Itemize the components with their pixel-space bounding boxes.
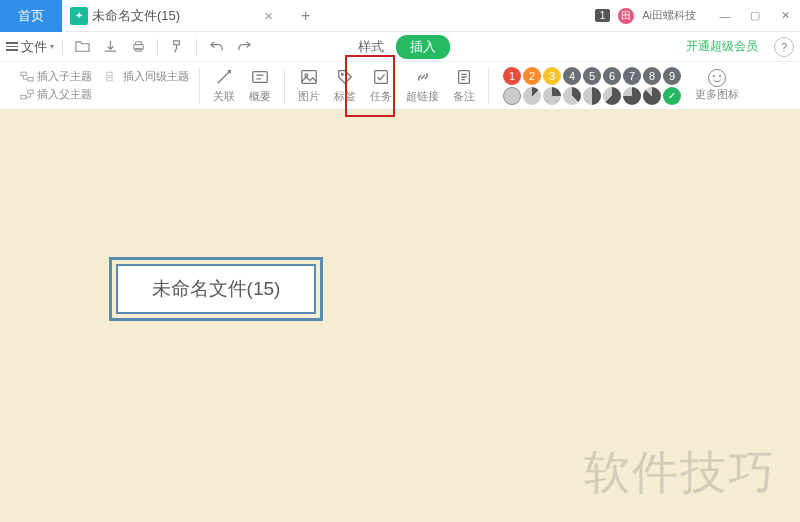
- note-icon: [454, 67, 474, 87]
- priority-badges: 123456789: [503, 67, 681, 85]
- svg-point-12: [341, 73, 343, 75]
- separator: [62, 39, 63, 55]
- note-button[interactable]: 备注: [450, 67, 478, 104]
- insert-child-topic[interactable]: 插入子主题: [20, 69, 92, 84]
- sibling-topic-icon: [106, 71, 120, 82]
- svg-rect-10: [302, 71, 316, 84]
- task-icon: [371, 67, 391, 87]
- progress-62[interactable]: [603, 87, 621, 105]
- parent-topic-icon: [20, 89, 34, 100]
- document-tab[interactable]: ✦ 未命名文件(15) ×: [64, 0, 281, 32]
- svg-rect-1: [135, 42, 141, 45]
- priority-7[interactable]: 7: [623, 67, 641, 85]
- separator: [199, 68, 200, 104]
- vip-link[interactable]: 开通超级会员: [686, 38, 758, 55]
- summary-button[interactable]: 概要: [246, 67, 274, 104]
- svg-rect-8: [21, 95, 26, 99]
- close-tab-button[interactable]: ×: [264, 7, 273, 24]
- smiley-icon: [708, 69, 726, 87]
- document-title: 未命名文件(15): [92, 7, 180, 25]
- svg-rect-7: [28, 90, 33, 94]
- svg-rect-4: [28, 77, 33, 81]
- svg-rect-5: [107, 72, 112, 76]
- file-label: 文件: [21, 38, 47, 56]
- summary-icon: [250, 67, 270, 87]
- minimize-button[interactable]: —: [716, 7, 734, 25]
- link-icon: [413, 67, 433, 87]
- priority-9[interactable]: 9: [663, 67, 681, 85]
- separator: [284, 68, 285, 104]
- root-node-text: 未命名文件(15): [152, 276, 281, 302]
- hamburger-icon: [6, 42, 18, 51]
- child-topic-icon: [20, 71, 34, 82]
- hyperlink-button[interactable]: 超链接: [403, 67, 442, 104]
- notification-badge[interactable]: 1: [595, 9, 611, 22]
- priority-6[interactable]: 6: [603, 67, 621, 85]
- redo-button[interactable]: [233, 36, 255, 58]
- watermark: 软件技巧: [584, 442, 776, 504]
- mindmap-icon: ✦: [70, 7, 88, 25]
- undo-button[interactable]: [205, 36, 227, 58]
- format-painter-button[interactable]: [166, 36, 188, 58]
- root-node[interactable]: 未命名文件(15): [116, 264, 316, 314]
- task-button[interactable]: 任务: [367, 67, 395, 104]
- style-tab[interactable]: 样式: [350, 36, 392, 58]
- more-icons-button[interactable]: 更多图标: [695, 69, 739, 102]
- maximize-button[interactable]: ▢: [746, 7, 764, 25]
- priority-3[interactable]: 3: [543, 67, 561, 85]
- help-button[interactable]: ?: [774, 37, 794, 57]
- save-button[interactable]: [99, 36, 121, 58]
- tag-icon: [335, 67, 355, 87]
- insert-parent-topic[interactable]: 插入父主题: [20, 87, 92, 102]
- svg-rect-9: [253, 72, 267, 83]
- priority-8[interactable]: 8: [643, 67, 661, 85]
- separator: [157, 39, 158, 55]
- close-window-button[interactable]: ✕: [776, 7, 794, 25]
- progress-icons: ✓: [503, 87, 681, 105]
- svg-rect-3: [21, 72, 26, 76]
- priority-5[interactable]: 5: [583, 67, 601, 85]
- progress-100[interactable]: ✓: [663, 87, 681, 105]
- progress-37[interactable]: [563, 87, 581, 105]
- progress-12[interactable]: [523, 87, 541, 105]
- image-button[interactable]: 图片: [295, 67, 323, 104]
- separator: [488, 68, 489, 104]
- progress-25[interactable]: [543, 87, 561, 105]
- insert-sibling-topic[interactable]: 插入同级主题: [106, 69, 189, 84]
- relation-button[interactable]: 关联: [210, 67, 238, 104]
- open-folder-button[interactable]: [71, 36, 93, 58]
- mindmap-canvas[interactable]: 未命名文件(15) 软件技巧: [0, 110, 800, 522]
- priority-1[interactable]: 1: [503, 67, 521, 85]
- user-name: Ai田螺科技: [642, 8, 696, 23]
- progress-87[interactable]: [643, 87, 661, 105]
- relation-icon: [214, 67, 234, 87]
- user-avatar[interactable]: 田: [618, 8, 634, 24]
- chevron-down-icon: ▾: [50, 42, 54, 51]
- home-tab[interactable]: 首页: [0, 0, 62, 32]
- priority-2[interactable]: 2: [523, 67, 541, 85]
- add-tab-button[interactable]: +: [301, 7, 310, 25]
- print-button[interactable]: [127, 36, 149, 58]
- progress-0[interactable]: [503, 87, 521, 105]
- image-icon: [299, 67, 319, 87]
- tag-button[interactable]: 标签: [331, 67, 359, 104]
- insert-tab[interactable]: 插入: [396, 35, 450, 59]
- svg-rect-13: [375, 71, 388, 84]
- svg-rect-6: [107, 77, 112, 81]
- separator: [196, 39, 197, 55]
- priority-4[interactable]: 4: [563, 67, 581, 85]
- file-menu[interactable]: 文件 ▾: [6, 38, 54, 56]
- progress-50[interactable]: [583, 87, 601, 105]
- progress-75[interactable]: [623, 87, 641, 105]
